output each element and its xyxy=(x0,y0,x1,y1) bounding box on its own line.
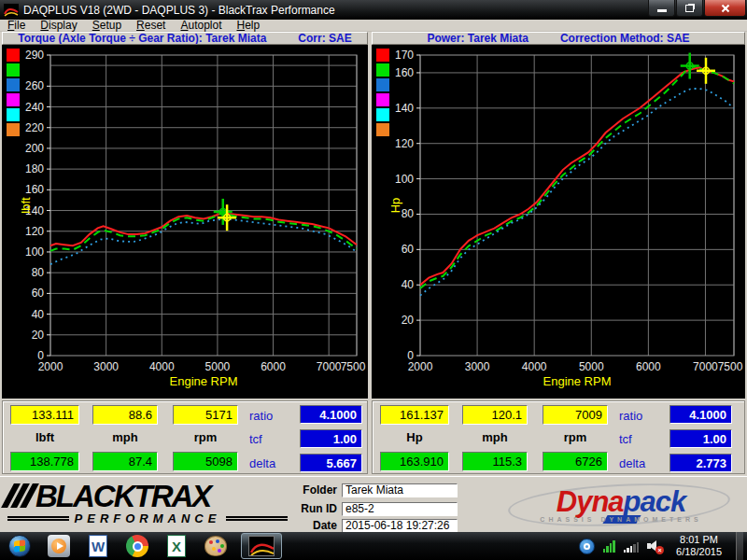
blacktrax-logo: BLACKTRAX PERFORMANCE xyxy=(7,483,288,525)
svg-text:7000: 7000 xyxy=(317,360,342,373)
system-tray: × 8:01 PM 6/18/2015 xyxy=(579,532,747,560)
menu-reset[interactable]: Reset xyxy=(129,20,173,32)
taskbar: W X × 8:01 PM 6/18/2015 xyxy=(0,532,747,560)
svg-text:290: 290 xyxy=(25,49,44,62)
menu-file[interactable]: File xyxy=(0,20,33,32)
dynapack-name-part2: pack xyxy=(624,485,686,518)
close-icon xyxy=(720,3,731,14)
svg-text:4000: 4000 xyxy=(522,360,547,373)
menu-setup[interactable]: Setup xyxy=(85,20,129,32)
power-cursor-rpm[interactable]: 7009 xyxy=(543,405,608,425)
mph-unit-label: mph xyxy=(92,430,158,445)
torque-chart[interactable]: 2000300040005000600070007500290260240220… xyxy=(2,45,368,399)
run-id-field-row: Run ID xyxy=(280,501,458,516)
mph-unit-label: mph xyxy=(462,430,528,445)
blacktrax-performance: PERFORMANCE xyxy=(69,511,227,525)
date-input[interactable] xyxy=(342,519,458,533)
cell-signal-icon[interactable] xyxy=(624,539,640,553)
svg-text:160: 160 xyxy=(25,183,44,196)
svg-text:2000: 2000 xyxy=(38,360,63,373)
series-swatches xyxy=(7,49,20,136)
svg-text:6000: 6000 xyxy=(636,360,661,373)
torque-peak-rpm[interactable]: 5098 xyxy=(173,452,238,471)
power-peak-rpm[interactable]: 6726 xyxy=(543,452,608,471)
series-color-swatch xyxy=(376,49,389,62)
media-player-icon[interactable] xyxy=(47,534,71,558)
torque-cursor-mph[interactable]: 88.6 xyxy=(92,405,158,425)
torque-chart-panel: Torque (Axle Torque ÷ Gear Ratio): Tarek… xyxy=(2,32,368,399)
excel-icon[interactable]: X xyxy=(164,534,189,558)
tcf-value[interactable]: 1.00 xyxy=(669,429,732,448)
power-peak-value[interactable]: 163.910 xyxy=(380,452,449,471)
svg-text:40: 40 xyxy=(32,308,45,321)
svg-text:0: 0 xyxy=(37,349,44,362)
torque-peak-mph[interactable]: 87.4 xyxy=(92,452,158,471)
maximize-button[interactable] xyxy=(676,0,703,17)
delta-value[interactable]: 2.773 xyxy=(669,454,732,472)
power-cursor-mph[interactable]: 120.1 xyxy=(462,405,528,425)
svg-text:80: 80 xyxy=(32,266,45,279)
series-color-swatch xyxy=(376,63,389,77)
svg-text:240: 240 xyxy=(25,101,44,114)
svg-text:7500: 7500 xyxy=(341,360,366,373)
delta-value[interactable]: 5.667 xyxy=(300,454,362,472)
menu-autoplot[interactable]: Autoplot xyxy=(173,20,229,32)
ratio-value[interactable]: 4.1000 xyxy=(669,405,732,424)
close-button[interactable] xyxy=(704,0,746,17)
torque-chart-area: 2000300040005000600070007500290260240220… xyxy=(2,45,368,399)
series-color-swatch xyxy=(7,78,20,91)
rpm-unit-label: rpm xyxy=(173,430,238,445)
folder-label: Folder xyxy=(280,483,342,497)
torque-cursor-value[interactable]: 133.111 xyxy=(10,405,79,425)
minimize-icon xyxy=(657,9,667,12)
svg-text:20: 20 xyxy=(32,329,45,342)
ratio-value[interactable]: 4.1000 xyxy=(300,405,362,424)
power-chart[interactable]: 2000300040005000600070007500170160140120… xyxy=(372,45,745,399)
run-id-label: Run ID xyxy=(280,502,342,515)
tcf-value[interactable]: 1.00 xyxy=(300,429,362,448)
volume-muted-icon[interactable]: × xyxy=(647,539,662,553)
torque-cursor-rpm[interactable]: 5171 xyxy=(173,405,238,425)
tcf-label: tcf xyxy=(619,432,632,446)
folder-input[interactable] xyxy=(342,483,458,497)
daqplus-icon xyxy=(248,536,275,556)
torque-chart-header: Torque (Axle Torque ÷ Gear Ratio): Tarek… xyxy=(2,32,368,45)
menu-bar: File Display Setup Reset Autoplot Help xyxy=(0,20,747,32)
series-color-swatch xyxy=(7,108,20,121)
date-label: Date xyxy=(280,519,342,532)
svg-text:100: 100 xyxy=(25,245,44,259)
menu-display[interactable]: Display xyxy=(33,20,84,32)
delta-label: delta xyxy=(619,456,645,470)
svg-text:Engine RPM: Engine RPM xyxy=(543,374,612,388)
svg-text:5000: 5000 xyxy=(205,360,231,373)
menu-help[interactable]: Help xyxy=(230,20,268,32)
torque-chart-title: Torque (Axle Torque ÷ Gear Ratio): Tarek… xyxy=(18,32,266,45)
daqplus-taskbar-button[interactable] xyxy=(241,533,282,559)
start-button[interactable] xyxy=(7,534,32,558)
svg-text:200: 200 xyxy=(25,142,44,155)
word-icon[interactable]: W xyxy=(86,534,110,558)
taskbar-clock[interactable]: 8:01 PM 6/18/2015 xyxy=(670,534,727,558)
paint-icon[interactable] xyxy=(204,534,228,558)
svg-text:60: 60 xyxy=(402,243,415,256)
svg-text:Engine RPM: Engine RPM xyxy=(170,374,238,388)
messenger-tray-icon[interactable] xyxy=(579,539,595,554)
minimize-button[interactable] xyxy=(648,0,675,17)
svg-text:5000: 5000 xyxy=(579,360,604,373)
power-cursor-value[interactable]: 161.137 xyxy=(380,405,449,425)
chrome-icon[interactable] xyxy=(125,534,149,558)
torque-unit-label: lbft xyxy=(10,430,79,445)
wifi-signal-icon[interactable] xyxy=(603,539,615,553)
svg-text:20: 20 xyxy=(402,314,415,327)
show-desktop-button[interactable] xyxy=(736,532,743,560)
series-color-swatch xyxy=(7,49,20,62)
svg-text:160: 160 xyxy=(395,66,414,79)
run-id-input[interactable] xyxy=(342,502,458,516)
svg-text:140: 140 xyxy=(395,102,414,115)
svg-text:lbft: lbft xyxy=(19,197,33,214)
power-peak-mph[interactable]: 115.3 xyxy=(462,452,528,471)
svg-text:60: 60 xyxy=(32,287,45,300)
delta-label: delta xyxy=(249,456,275,470)
svg-text:120: 120 xyxy=(25,225,44,238)
torque-peak-value[interactable]: 138.778 xyxy=(10,452,79,471)
